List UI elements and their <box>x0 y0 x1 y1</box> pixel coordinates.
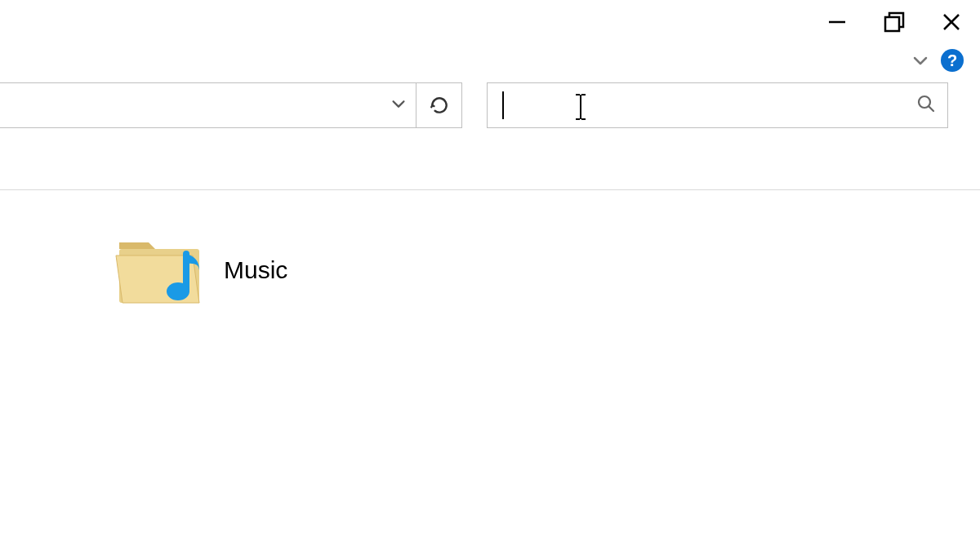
refresh-button[interactable] <box>416 82 462 128</box>
folder-item-label: Music <box>224 256 287 284</box>
svg-line-11 <box>929 106 933 111</box>
folder-item-music[interactable] <box>114 231 204 309</box>
ribbon-collapse-button[interactable] <box>908 48 933 73</box>
close-button[interactable] <box>923 3 980 41</box>
restore-button[interactable] <box>866 3 923 41</box>
address-dropdown-button[interactable] <box>390 95 408 116</box>
chevron-down-icon <box>390 95 408 113</box>
text-caret <box>502 91 504 119</box>
restore-icon <box>883 11 906 33</box>
search-box[interactable] <box>487 82 948 128</box>
text-cursor-icon <box>573 91 588 126</box>
svg-rect-2 <box>885 17 899 31</box>
minimize-button[interactable] <box>808 3 866 41</box>
search-button[interactable] <box>916 94 936 117</box>
svg-point-13 <box>167 282 189 300</box>
search-icon <box>916 94 936 113</box>
ribbon-strip: ? <box>0 41 980 80</box>
address-bar[interactable] <box>0 82 416 128</box>
minimize-icon <box>826 11 848 33</box>
help-button[interactable]: ? <box>941 49 964 72</box>
titlebar <box>0 0 980 41</box>
help-icon: ? <box>947 51 957 70</box>
refresh-icon <box>429 95 450 116</box>
close-icon <box>941 11 962 33</box>
chevron-down-icon <box>911 51 930 70</box>
search-input[interactable] <box>499 89 916 122</box>
content-pane: Music <box>0 190 980 309</box>
music-folder-icon <box>114 231 204 309</box>
nav-row <box>0 80 980 131</box>
address-bar-wrap <box>0 82 462 128</box>
